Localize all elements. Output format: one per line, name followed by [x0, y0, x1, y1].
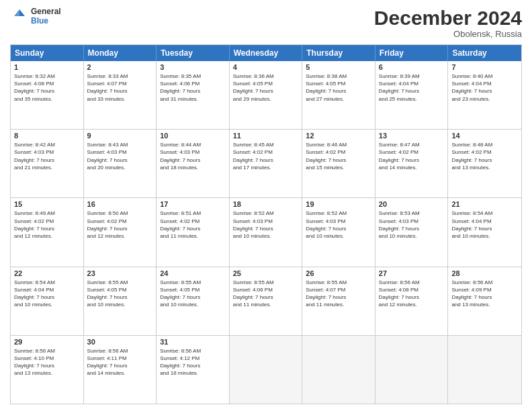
day-cell-19: 19Sunrise: 8:52 AMSunset: 4:03 PMDayligh…: [302, 198, 375, 266]
day-number: 15: [14, 200, 80, 208]
day-number: 5: [306, 63, 371, 71]
cell-info: Sunrise: 8:56 AMSunset: 4:12 PMDaylight:…: [160, 347, 226, 377]
logo-text: General Blue: [31, 7, 61, 26]
day-number: 29: [14, 338, 80, 346]
header: General Blue December 2024 Obolensk, Rus…: [10, 7, 522, 39]
cell-info: Sunrise: 8:38 AMSunset: 4:05 PMDaylight:…: [306, 73, 371, 103]
day-number: 1: [14, 63, 80, 71]
day-cell-8: 8Sunrise: 8:42 AMSunset: 4:03 PMDaylight…: [11, 130, 84, 197]
day-number: 30: [87, 338, 153, 346]
day-cell-15: 15Sunrise: 8:49 AMSunset: 4:02 PMDayligh…: [11, 198, 84, 266]
day-cell-7: 7Sunrise: 8:40 AMSunset: 4:04 PMDaylight…: [448, 61, 521, 129]
logo-bird-icon: [10, 7, 29, 26]
week-row-3: 15Sunrise: 8:49 AMSunset: 4:02 PMDayligh…: [11, 197, 521, 266]
cell-info: Sunrise: 8:49 AMSunset: 4:02 PMDaylight:…: [14, 210, 80, 240]
day-cell-28: 28Sunrise: 8:56 AMSunset: 4:09 PMDayligh…: [448, 267, 521, 335]
day-cell-25: 25Sunrise: 8:55 AMSunset: 4:06 PMDayligh…: [230, 267, 303, 335]
cell-info: Sunrise: 8:56 AMSunset: 4:11 PMDaylight:…: [87, 347, 153, 377]
day-cell-17: 17Sunrise: 8:51 AMSunset: 4:02 PMDayligh…: [157, 198, 230, 266]
day-number: 14: [451, 132, 518, 140]
header-day-tuesday: Tuesday: [157, 45, 230, 61]
day-number: 24: [160, 269, 226, 277]
day-number: 23: [87, 269, 153, 277]
cell-info: Sunrise: 8:56 AMSunset: 4:10 PMDaylight:…: [14, 347, 80, 377]
day-cell-26: 26Sunrise: 8:55 AMSunset: 4:07 PMDayligh…: [302, 267, 375, 335]
day-number: 11: [233, 132, 299, 140]
day-number: 22: [14, 269, 80, 277]
cell-info: Sunrise: 8:51 AMSunset: 4:02 PMDaylight:…: [160, 210, 226, 240]
day-cell-4: 4Sunrise: 8:36 AMSunset: 4:05 PMDaylight…: [230, 61, 303, 129]
cell-info: Sunrise: 8:42 AMSunset: 4:03 PMDaylight:…: [14, 141, 80, 171]
day-number: 8: [14, 132, 80, 140]
day-number: 26: [306, 269, 371, 277]
day-cell-5: 5Sunrise: 8:38 AMSunset: 4:05 PMDaylight…: [302, 61, 375, 129]
day-cell-11: 11Sunrise: 8:45 AMSunset: 4:02 PMDayligh…: [230, 130, 303, 197]
day-number: 3: [160, 63, 226, 71]
cell-info: Sunrise: 8:56 AMSunset: 4:09 PMDaylight:…: [451, 279, 518, 309]
day-number: 27: [379, 269, 445, 277]
day-number: 18: [233, 200, 299, 208]
cell-info: Sunrise: 8:48 AMSunset: 4:02 PMDaylight:…: [451, 141, 518, 171]
day-cell-24: 24Sunrise: 8:55 AMSunset: 4:05 PMDayligh…: [157, 267, 230, 335]
header-day-thursday: Thursday: [302, 45, 375, 61]
cell-info: Sunrise: 8:43 AMSunset: 4:03 PMDaylight:…: [87, 141, 153, 171]
day-cell-18: 18Sunrise: 8:52 AMSunset: 4:03 PMDayligh…: [230, 198, 303, 266]
day-cell-10: 10Sunrise: 8:44 AMSunset: 4:03 PMDayligh…: [157, 130, 230, 197]
day-cell-23: 23Sunrise: 8:55 AMSunset: 4:05 PMDayligh…: [84, 267, 157, 335]
logo: General Blue: [10, 7, 61, 26]
cell-info: Sunrise: 8:50 AMSunset: 4:02 PMDaylight:…: [87, 210, 153, 240]
day-cell-9: 9Sunrise: 8:43 AMSunset: 4:03 PMDaylight…: [84, 130, 157, 197]
cell-info: Sunrise: 8:32 AMSunset: 4:08 PMDaylight:…: [14, 73, 80, 103]
day-number: 4: [233, 63, 299, 71]
cell-info: Sunrise: 8:54 AMSunset: 4:04 PMDaylight:…: [451, 210, 518, 240]
day-cell-1: 1Sunrise: 8:32 AMSunset: 4:08 PMDaylight…: [11, 61, 84, 129]
day-cell-13: 13Sunrise: 8:47 AMSunset: 4:02 PMDayligh…: [375, 130, 449, 197]
header-day-wednesday: Wednesday: [230, 45, 303, 61]
cell-info: Sunrise: 8:33 AMSunset: 4:07 PMDaylight:…: [87, 73, 153, 103]
page: General Blue December 2024 Obolensk, Rus…: [0, 0, 532, 411]
day-number: 7: [451, 63, 518, 71]
day-cell-3: 3Sunrise: 8:35 AMSunset: 4:06 PMDaylight…: [157, 61, 230, 129]
empty-cell: [230, 336, 303, 404]
cell-info: Sunrise: 8:52 AMSunset: 4:03 PMDaylight:…: [306, 210, 371, 240]
logo-container: General Blue: [10, 7, 61, 26]
day-number: 28: [451, 269, 518, 277]
cell-info: Sunrise: 8:35 AMSunset: 4:06 PMDaylight:…: [160, 73, 226, 103]
day-cell-14: 14Sunrise: 8:48 AMSunset: 4:02 PMDayligh…: [448, 130, 521, 197]
svg-marker-0: [19, 9, 25, 16]
calendar: SundayMondayTuesdayWednesdayThursdayFrid…: [10, 44, 522, 404]
calendar-body: 1Sunrise: 8:32 AMSunset: 4:08 PMDaylight…: [11, 61, 521, 404]
week-row-1: 1Sunrise: 8:32 AMSunset: 4:08 PMDaylight…: [11, 61, 521, 129]
day-cell-22: 22Sunrise: 8:54 AMSunset: 4:04 PMDayligh…: [11, 267, 84, 335]
week-row-5: 29Sunrise: 8:56 AMSunset: 4:10 PMDayligh…: [11, 335, 521, 404]
day-cell-6: 6Sunrise: 8:39 AMSunset: 4:04 PMDaylight…: [375, 61, 449, 129]
day-cell-21: 21Sunrise: 8:54 AMSunset: 4:04 PMDayligh…: [448, 198, 521, 266]
cell-info: Sunrise: 8:40 AMSunset: 4:04 PMDaylight:…: [451, 73, 518, 103]
cell-info: Sunrise: 8:54 AMSunset: 4:04 PMDaylight:…: [14, 279, 80, 309]
header-day-saturday: Saturday: [448, 45, 521, 61]
empty-cell: [448, 336, 521, 404]
cell-info: Sunrise: 8:55 AMSunset: 4:05 PMDaylight:…: [160, 279, 226, 309]
logo-general: General: [31, 7, 61, 16]
day-cell-29: 29Sunrise: 8:56 AMSunset: 4:10 PMDayligh…: [11, 336, 84, 404]
title-block: December 2024 Obolensk, Russia: [374, 7, 522, 39]
cell-info: Sunrise: 8:55 AMSunset: 4:05 PMDaylight:…: [87, 279, 153, 309]
cell-info: Sunrise: 8:39 AMSunset: 4:04 PMDaylight:…: [379, 73, 445, 103]
empty-cell: [302, 336, 375, 404]
day-cell-12: 12Sunrise: 8:46 AMSunset: 4:02 PMDayligh…: [302, 130, 375, 197]
cell-info: Sunrise: 8:55 AMSunset: 4:06 PMDaylight:…: [233, 279, 299, 309]
header-day-friday: Friday: [375, 45, 449, 61]
cell-info: Sunrise: 8:44 AMSunset: 4:03 PMDaylight:…: [160, 141, 226, 171]
day-cell-30: 30Sunrise: 8:56 AMSunset: 4:11 PMDayligh…: [84, 336, 157, 404]
day-cell-27: 27Sunrise: 8:56 AMSunset: 4:08 PMDayligh…: [375, 267, 449, 335]
week-row-4: 22Sunrise: 8:54 AMSunset: 4:04 PMDayligh…: [11, 267, 521, 335]
day-number: 21: [451, 200, 518, 208]
day-number: 17: [160, 200, 226, 208]
cell-info: Sunrise: 8:36 AMSunset: 4:05 PMDaylight:…: [233, 73, 299, 103]
day-number: 19: [306, 200, 371, 208]
day-cell-31: 31Sunrise: 8:56 AMSunset: 4:12 PMDayligh…: [157, 336, 230, 404]
header-day-sunday: Sunday: [11, 45, 84, 61]
location: Obolensk, Russia: [374, 29, 522, 39]
day-number: 6: [379, 63, 445, 71]
day-cell-16: 16Sunrise: 8:50 AMSunset: 4:02 PMDayligh…: [84, 198, 157, 266]
